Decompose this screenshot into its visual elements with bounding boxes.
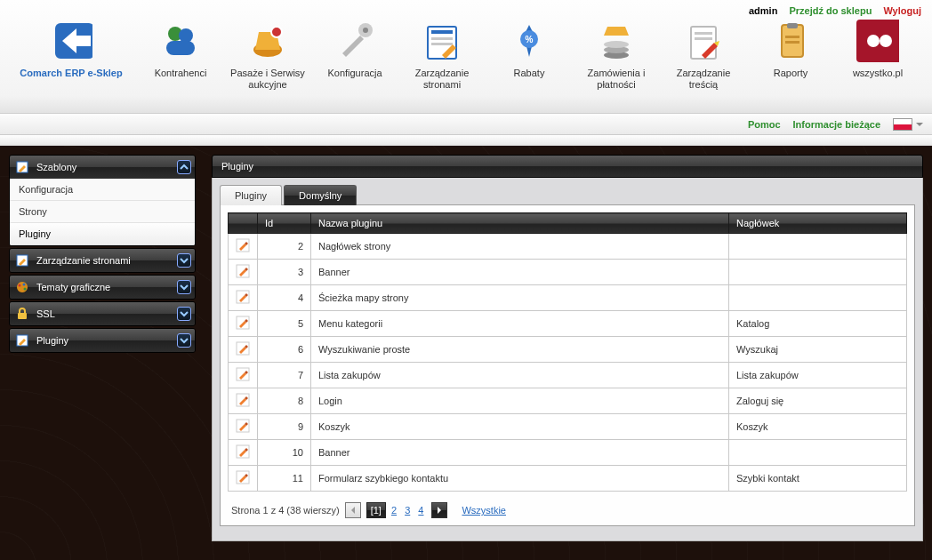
topnav-raporty[interactable]: Raporty — [751, 20, 831, 79]
table-row: 3Banner — [229, 260, 907, 285]
pager-page-4[interactable]: 4 — [415, 505, 426, 516]
accordion-toggle[interactable] — [177, 307, 191, 321]
topnav-zamow[interactable]: Zamówienia i płatności — [576, 20, 656, 91]
accordion-ssl: SSL — [9, 301, 196, 326]
cell-header — [729, 260, 907, 285]
edit-icon[interactable] — [236, 393, 250, 407]
accordion-szablony: SzablonyKonfiguracjaStronyPluginy — [9, 155, 196, 246]
accordion-header-pluginy[interactable]: Pluginy — [10, 329, 195, 352]
edit-icon[interactable] — [236, 264, 250, 278]
kontrahenci-icon — [159, 20, 202, 62]
svg-rect-30 — [18, 313, 27, 319]
cell-name: Wyszukiwanie proste — [311, 337, 729, 363]
svg-rect-18 — [695, 32, 712, 35]
accordion-toggle[interactable] — [177, 160, 191, 174]
col-edit — [229, 213, 258, 234]
table-row: 11Formularz szybkiego kontaktuSzybki kon… — [229, 466, 907, 492]
language-picker[interactable] — [893, 118, 923, 131]
szablony-icon — [15, 160, 29, 174]
edit-icon[interactable] — [236, 341, 250, 356]
edit-icon[interactable] — [236, 238, 250, 252]
topnav-label: Raporty — [751, 68, 831, 79]
topnav-wszystko[interactable]: wszystko.pl — [838, 20, 918, 79]
pasaze-icon — [246, 20, 289, 62]
cell-header: Lista zakupów — [729, 363, 907, 388]
edit-icon[interactable] — [236, 470, 250, 484]
svg-point-16 — [604, 41, 629, 48]
accordion-label: Tematy graficzne — [36, 282, 110, 292]
topnav-label: wszystko.pl — [838, 68, 918, 79]
topnav-kontrahenci[interactable]: Kontrahenci — [141, 20, 221, 79]
topnav-zarzstron[interactable]: Zarządzanie stronami — [402, 20, 482, 91]
main-panel: Pluginy PluginyDomyślny Id Nazwa pluginu… — [212, 155, 923, 541]
topnav-label: Rabaty — [489, 68, 569, 79]
svg-point-29 — [24, 288, 27, 291]
pager-all-link[interactable]: Wszystkie — [462, 505, 506, 516]
svg-rect-19 — [695, 37, 712, 40]
pager-page-2[interactable]: 2 — [389, 505, 399, 516]
svg-rect-3 — [166, 41, 195, 55]
edit-icon[interactable] — [236, 444, 250, 459]
edit-icon[interactable] — [236, 367, 250, 381]
col-name[interactable]: Nazwa pluginu — [311, 213, 729, 234]
svg-point-27 — [19, 284, 21, 287]
cell-id: 4 — [258, 285, 311, 311]
accordion-toggle[interactable] — [177, 253, 191, 268]
edit-icon[interactable] — [236, 290, 250, 304]
svg-rect-21 — [787, 23, 798, 28]
topnav-konfiguracja[interactable]: Konfiguracja — [315, 20, 395, 79]
col-id[interactable]: Id — [258, 213, 311, 234]
pager-summary: Strona 1 z 4 (38 wierszy) — [231, 505, 340, 516]
sidebar-item-pluginy[interactable]: Pluginy — [10, 223, 195, 245]
pager-pages: [1] 2 3 4 — [366, 505, 427, 516]
cell-name: Menu kategorii — [311, 311, 729, 337]
topnav-zarztresc[interactable]: Zarządzanie treścią — [663, 20, 743, 91]
accordion-label: Szablony — [36, 162, 76, 172]
topnav-rabaty[interactable]: %Rabaty — [489, 20, 569, 79]
svg-rect-10 — [431, 37, 453, 40]
tab-pluginy[interactable]: Pluginy — [220, 185, 282, 205]
topnav-logo[interactable]: Comarch ERP e-Sklep — [9, 20, 133, 79]
table-body: 2Nagłówek strony3Banner4Ścieżka mapy str… — [229, 234, 907, 492]
svg-point-7 — [363, 28, 368, 33]
edit-icon[interactable] — [236, 316, 250, 330]
pager-prev[interactable] — [345, 502, 361, 518]
topnav-pasaze[interactable]: Pasaże i Serwisy aukcyjne — [228, 20, 308, 91]
info-link[interactable]: Informacje bieżące — [793, 119, 880, 130]
accordion-toggle[interactable] — [177, 280, 191, 294]
accordion-header-zarzstron[interactable]: Zarządzanie stronami — [10, 249, 195, 272]
sidebar-item-strony[interactable]: Strony — [10, 201, 195, 223]
logout-link[interactable]: Wyloguj — [883, 5, 921, 16]
table-row: 6Wyszukiwanie prosteWyszukaj — [229, 337, 907, 363]
edit-icon[interactable] — [236, 419, 250, 433]
svg-point-5 — [271, 27, 282, 37]
konfiguracja-icon — [333, 20, 376, 62]
cell-name: Banner — [311, 260, 729, 285]
cell-name: Nagłówek strony — [311, 234, 729, 260]
col-header[interactable]: Nagłówek — [729, 213, 907, 234]
tab-bar: PluginyDomyślny — [220, 185, 915, 205]
accordion-header-tematy[interactable]: Tematy graficzne — [10, 276, 195, 299]
sidebar-item-konfiguracja[interactable]: Konfiguracja — [10, 179, 195, 201]
cell-id: 11 — [258, 466, 311, 492]
tab-domyślny[interactable]: Domyślny — [284, 185, 357, 205]
accordion-label: SSL — [36, 308, 55, 319]
cell-header: Wyszukaj — [729, 337, 907, 363]
accordion-pluginy: Pluginy — [9, 328, 196, 353]
pager-next[interactable] — [431, 502, 447, 518]
content-area: SzablonyKonfiguracjaStronyPluginyZarządz… — [0, 146, 932, 560]
cell-name: Login — [311, 388, 729, 414]
accordion-toggle[interactable] — [177, 333, 191, 348]
accordion-header-ssl[interactable]: SSL — [10, 302, 195, 325]
go-to-shop-link[interactable]: Przejdź do sklepu — [789, 5, 872, 16]
zarztresc-icon — [682, 20, 725, 62]
cell-id: 7 — [258, 363, 311, 388]
svg-point-2 — [179, 28, 193, 43]
pager-page-3[interactable]: 3 — [402, 505, 413, 516]
panel-title: Pluginy — [212, 155, 923, 178]
flag-pl-icon — [893, 118, 912, 131]
svg-rect-22 — [785, 36, 799, 38]
accordion-header-szablony[interactable]: Szablony — [10, 156, 195, 179]
separator-bar — [0, 135, 932, 146]
help-link[interactable]: Pomoc — [748, 119, 781, 130]
